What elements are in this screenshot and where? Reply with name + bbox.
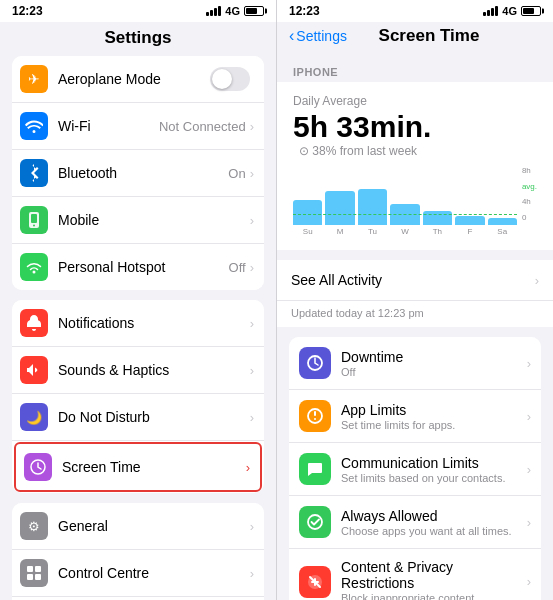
time-value: 5h 33min.: [293, 110, 431, 144]
settings-item-wifi[interactable]: Wi-Fi Not Connected ›: [12, 103, 264, 150]
bar-tu-fill: [358, 189, 387, 225]
settings-item-controlcentre[interactable]: Control Centre ›: [12, 550, 264, 597]
contentprivacy-chevron: ›: [527, 574, 531, 589]
bar-tu: Tu: [358, 180, 387, 236]
svg-rect-5: [27, 566, 33, 572]
iphone-label: IPHONE: [277, 54, 553, 82]
chart-wrapper: 8h avg. 4h 0 Su: [293, 166, 537, 236]
bar-su: Su: [293, 180, 322, 236]
hotspot-label: Personal Hotspot: [58, 259, 229, 275]
network-type: 4G: [225, 5, 240, 17]
screen-time-menu: Downtime Off › App Limits Set time limit…: [289, 337, 541, 600]
left-panel: 12:23 4G Settings ✈ Aeroplane Mode: [0, 0, 277, 600]
bar-m: M: [325, 180, 354, 236]
hotspot-value: Off: [229, 260, 246, 275]
downtime-chevron: ›: [527, 356, 531, 371]
chart: 8h avg. 4h 0 Su: [293, 166, 537, 236]
applimits-subtitle: Set time limits for apps.: [341, 419, 527, 431]
percent-change: ⊙ 38% from last week: [299, 144, 417, 158]
st-item-applimits[interactable]: App Limits Set time limits for apps. ›: [289, 390, 541, 443]
st-item-downtime[interactable]: Downtime Off ›: [289, 337, 541, 390]
contentprivacy-title: Content & Privacy Restrictions: [341, 559, 527, 591]
notifications-chevron: ›: [250, 316, 254, 331]
wifi-label: Wi-Fi: [58, 118, 159, 134]
sounds-label: Sounds & Haptics: [58, 362, 250, 378]
see-all-label: See All Activity: [291, 272, 535, 288]
y-label-8h: 8h: [522, 166, 537, 175]
hotspot-icon: [20, 253, 48, 281]
contentprivacy-subtitle: Block inappropriate content.: [341, 592, 527, 600]
see-all-chevron: ›: [535, 273, 539, 288]
bar-sa-label: Sa: [497, 227, 507, 236]
alwaysallowed-chevron: ›: [527, 515, 531, 530]
donotdisturb-label: Do Not Disturb: [58, 409, 250, 425]
st-item-contentprivacy[interactable]: Content & Privacy Restrictions Block ina…: [289, 549, 541, 600]
applimits-content: App Limits Set time limits for apps.: [341, 402, 527, 431]
commlimits-icon: [299, 453, 331, 485]
mobile-chevron: ›: [250, 213, 254, 228]
downtime-icon: [299, 347, 331, 379]
bar-f: F: [455, 180, 484, 236]
percent-arrow: ⊙: [299, 144, 312, 158]
bluetooth-chevron: ›: [250, 166, 254, 181]
settings-item-aeroplane[interactable]: ✈ Aeroplane Mode: [12, 56, 264, 103]
back-chevron-icon: ‹: [289, 27, 294, 45]
notifications-label: Notifications: [58, 315, 250, 331]
alwaysallowed-title: Always Allowed: [341, 508, 527, 524]
percent-text: 38% from last week: [312, 144, 417, 158]
controlcentre-chevron: ›: [250, 566, 254, 581]
st-item-alwaysallowed[interactable]: Always Allowed Choose apps you want at a…: [289, 496, 541, 549]
aeroplane-toggle[interactable]: [210, 67, 250, 91]
right-status-bar: 12:23 4G: [277, 0, 553, 22]
see-all-row[interactable]: See All Activity ›: [277, 260, 553, 301]
back-label: Settings: [296, 28, 347, 44]
settings-item-donotdisturb[interactable]: 🌙 Do Not Disturb ›: [12, 394, 264, 441]
screentime-label: Screen Time: [62, 459, 246, 475]
right-nav: ‹ Settings Screen Time: [277, 22, 553, 54]
settings-item-hotspot[interactable]: Personal Hotspot Off ›: [12, 244, 264, 290]
settings-item-bluetooth[interactable]: Bluetooth On ›: [12, 150, 264, 197]
back-button[interactable]: ‹ Settings: [289, 27, 347, 45]
sounds-chevron: ›: [250, 363, 254, 378]
svg-point-26: [308, 515, 322, 529]
bluetooth-icon: [20, 159, 48, 187]
commlimits-subtitle: Set limits based on your contacts.: [341, 472, 527, 484]
right-time: 12:23: [289, 4, 320, 18]
left-nav-title: Settings: [0, 22, 276, 56]
settings-item-notifications[interactable]: Notifications ›: [12, 300, 264, 347]
commlimits-chevron: ›: [527, 462, 531, 477]
general-label: General: [58, 518, 250, 534]
settings-group-2: Notifications › Sounds & Haptics › 🌙 Do …: [12, 300, 264, 493]
wifi-value: Not Connected: [159, 119, 246, 134]
bar-sa-fill: [488, 218, 517, 225]
bar-m-label: M: [337, 227, 344, 236]
commlimits-content: Communication Limits Set limits based on…: [341, 455, 527, 484]
avg-line: [293, 214, 517, 215]
settings-item-sounds[interactable]: Sounds & Haptics ›: [12, 347, 264, 394]
alwaysallowed-subtitle: Choose apps you want at all times.: [341, 525, 527, 537]
settings-item-general[interactable]: ⚙ General ›: [12, 503, 264, 550]
notifications-icon: [20, 309, 48, 337]
bluetooth-label: Bluetooth: [58, 165, 228, 181]
svg-rect-24: [314, 411, 316, 416]
hotspot-chevron: ›: [250, 260, 254, 275]
settings-item-mobile[interactable]: Mobile ›: [12, 197, 264, 244]
wifi-icon: [20, 112, 48, 140]
mobile-icon: [20, 206, 48, 234]
donotdisturb-icon: 🌙: [20, 403, 48, 431]
settings-item-screentime[interactable]: Screen Time ›: [14, 442, 262, 492]
applimits-title: App Limits: [341, 402, 527, 418]
contentprivacy-content: Content & Privacy Restrictions Block ina…: [341, 559, 527, 600]
screen-time-header: Daily Average 5h 33min. ⊙ 38% from last …: [277, 82, 553, 250]
st-item-commlimits[interactable]: Communication Limits Set limits based on…: [289, 443, 541, 496]
downtime-subtitle: Off: [341, 366, 527, 378]
bar-th: Th: [423, 180, 452, 236]
alwaysallowed-content: Always Allowed Choose apps you want at a…: [341, 508, 527, 537]
chart-y-axis: 8h avg. 4h 0: [522, 166, 537, 222]
contentprivacy-icon: [299, 566, 331, 598]
svg-point-2: [33, 225, 35, 227]
svg-rect-7: [27, 574, 33, 580]
bar-m-fill: [325, 191, 354, 225]
downtime-content: Downtime Off: [341, 349, 527, 378]
y-label-0: 0: [522, 213, 537, 222]
